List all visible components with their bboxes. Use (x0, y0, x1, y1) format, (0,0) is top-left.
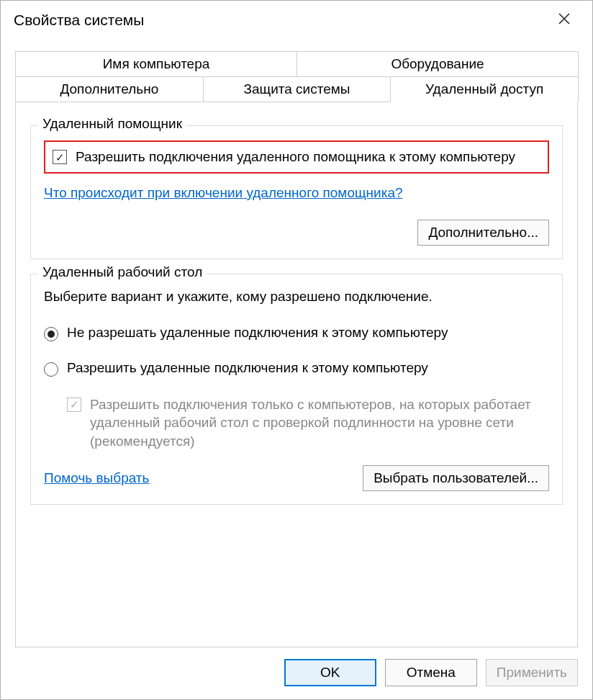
highlight-allow-remote-assistance: Разрешить подключения удаленного помощни… (44, 140, 549, 174)
close-button[interactable] (549, 8, 579, 32)
tab-computer-name[interactable]: Имя компьютера (15, 51, 297, 77)
advanced-button-row: Дополнительно... (44, 220, 549, 246)
tab-system-protection[interactable]: Защита системы (203, 76, 391, 102)
button-select-users[interactable]: Выбрать пользователей... (363, 465, 549, 491)
tab-row-bottom: Дополнительно Защита системы Удаленный д… (15, 77, 578, 102)
button-remote-assistance-advanced[interactable]: Дополнительно... (417, 220, 549, 246)
radio-allow-connections-label: Разрешить удаленные подключения к этому … (67, 360, 428, 376)
checkbox-nla-label: Разрешить подключения только с компьютер… (90, 395, 549, 451)
tab-hardware[interactable]: Оборудование (296, 51, 579, 77)
radio-deny-connections[interactable] (44, 327, 58, 341)
tab-advanced[interactable]: Дополнительно (15, 76, 204, 102)
tabs: Имя компьютера Оборудование Дополнительн… (15, 51, 578, 102)
close-icon (558, 12, 571, 25)
window-title: Свойства системы (14, 12, 144, 29)
button-cancel[interactable]: Отмена (385, 659, 477, 686)
checkbox-allow-remote-assistance[interactable] (53, 150, 67, 164)
link-remote-assistance-help[interactable]: Что происходит при включении удаленного … (44, 185, 403, 201)
radio-row-deny[interactable]: Не разрешать удаленные подключения к это… (44, 325, 549, 341)
button-apply: Применить (486, 659, 578, 686)
tab-row-top: Имя компьютера Оборудование (15, 51, 578, 77)
nla-checkbox-row: Разрешить подключения только с компьютер… (67, 395, 549, 451)
link-help-choose[interactable]: Помочь выбрать (44, 470, 149, 486)
tab-remote[interactable]: Удаленный доступ (390, 76, 579, 102)
titlebar: Свойства системы (1, 1, 592, 40)
group-remote-desktop: Удаленный рабочий стол Выберите вариант … (30, 274, 563, 505)
remote-desktop-bottom-row: Помочь выбрать Выбрать пользователей... (44, 465, 549, 491)
system-properties-window: Свойства системы Имя компьютера Оборудов… (0, 0, 593, 700)
tab-container: Имя компьютера Оборудование Дополнительн… (1, 40, 592, 647)
group-remote-assistance-title: Удаленный помощник (38, 116, 186, 132)
remote-desktop-description: Выберите вариант и укажите, кому разреше… (44, 289, 549, 305)
radio-deny-connections-label: Не разрешать удаленные подключения к это… (67, 325, 448, 341)
dialog-button-row: OK Отмена Применить (1, 647, 592, 699)
radio-row-allow[interactable]: Разрешить удаленные подключения к этому … (44, 360, 549, 377)
checkbox-nla (67, 398, 81, 412)
group-remote-assistance: Удаленный помощник Разрешить подключения… (30, 125, 563, 259)
checkbox-allow-remote-assistance-label: Разрешить подключения удаленного помощни… (76, 148, 515, 166)
tab-panel-remote: Удаленный помощник Разрешить подключения… (15, 102, 578, 647)
button-ok[interactable]: OK (284, 659, 376, 686)
group-remote-desktop-title: Удаленный рабочий стол (38, 264, 207, 280)
radio-allow-connections[interactable] (44, 362, 58, 377)
